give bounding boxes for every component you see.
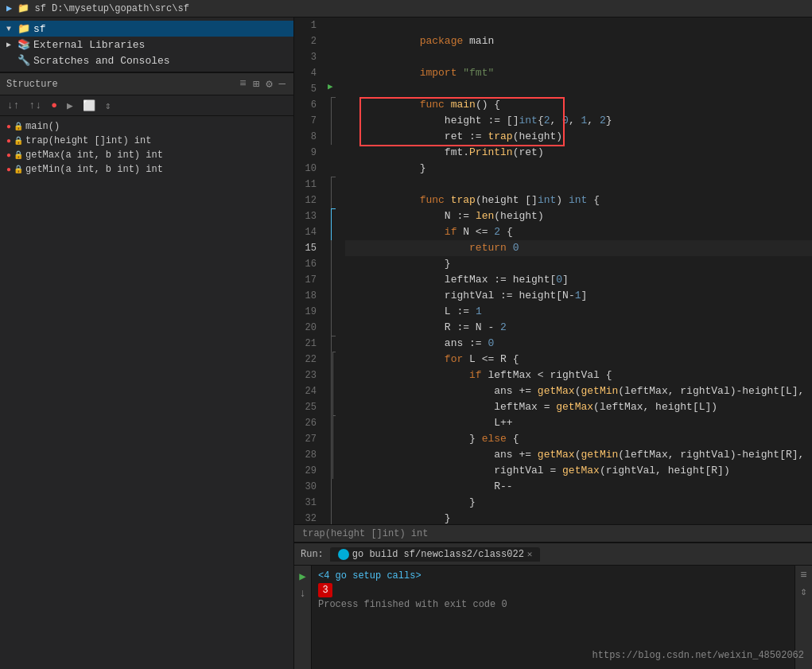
line-num-16: 16: [301, 256, 317, 272]
run-down-button[interactable]: ↓: [296, 586, 310, 601]
folder-icon: ▶ 📁: [6, 2, 29, 14]
run-process-text: Process finished with exit code 0: [318, 597, 507, 612]
code-line-3[interactable]: import "fmt": [345, 49, 812, 65]
run-cmd-text: <4 go setup calls>: [318, 569, 422, 583]
move-icon[interactable]: ⇕: [103, 99, 114, 113]
sidebar-item-sf[interactable]: ▼ 📁 sf: [0, 21, 293, 37]
struct-item-label: trap(height []int) int: [25, 135, 151, 146]
code-line-23[interactable]: ans += getMax(getMin(leftMax, rightVal)-…: [345, 368, 812, 383]
code-line-30[interactable]: }: [345, 479, 812, 495]
code-line-20[interactable]: ans := 0: [345, 320, 812, 336]
run-line-result: 3: [318, 583, 788, 597]
sort-down-icon[interactable]: ↓↑: [5, 99, 22, 112]
code-line-13[interactable]: if N <= 2 {: [345, 208, 812, 224]
error-filter-icon[interactable]: ●: [49, 99, 60, 112]
line-num-15: 15: [301, 240, 317, 256]
code-line-18[interactable]: L := 1: [345, 288, 812, 304]
close-icon[interactable]: ✕: [527, 549, 533, 559]
run-toolbar-btn-2[interactable]: ⇕: [800, 585, 806, 598]
struct-item-label: getMax(a int, b int) int: [25, 150, 163, 161]
struct-item-getmin[interactable]: ● 🔒 getMin(a int, b int) int: [0, 162, 293, 177]
code-line-11[interactable]: func trap(height []int) int {: [345, 177, 812, 193]
line-num-19: 19: [301, 304, 317, 320]
line-num-21: 21: [301, 336, 317, 352]
code-line-32[interactable]: return ans: [345, 511, 812, 524]
code-line-8[interactable]: fmt.Println(ret): [345, 129, 812, 145]
run-play-button[interactable]: ▶: [296, 569, 310, 583]
sidebar-item-label: External Libraries: [33, 39, 145, 51]
code-line-7[interactable]: ret := trap(height): [345, 113, 812, 129]
code-line-21[interactable]: for L <= R {: [345, 336, 812, 352]
structure-panel: Structure ≡ ⊞ ⚙ — ↓↑ ↑↓ ● ▶ ⬜ ⇕ ● 🔒: [0, 72, 293, 669]
sidebar-item-scratches[interactable]: 🔧 Scratches and Consoles: [0, 53, 293, 68]
code-line-17[interactable]: rightVal := height[N-1]: [345, 272, 812, 288]
structure-list: ● 🔒 main() ● 🔒 trap(height []int) int ● …: [0, 116, 293, 669]
run-arrow-line5[interactable]: ▶: [328, 81, 333, 91]
run-icon[interactable]: ▶: [64, 99, 76, 113]
code-line-5[interactable]: func main() {: [345, 81, 812, 97]
settings-icon[interactable]: ⚙: [264, 77, 274, 91]
code-line-28[interactable]: rightVal = getMax(rightVal, height[R]): [345, 447, 812, 463]
code-line-1[interactable]: package main: [345, 18, 812, 33]
code-line-14[interactable]: return 0: [345, 224, 812, 240]
line-num-14: 14: [301, 224, 317, 240]
code-line-26[interactable]: } else {: [345, 415, 812, 431]
editor-area: 1 2 3 4 5 6 7 8 9 10 11 12 13 14 15 16 1: [294, 18, 812, 669]
error-icon: ●: [6, 123, 11, 131]
footer-hint: trap(height []int) int: [302, 528, 428, 539]
arrow-icon: ▶: [6, 40, 17, 49]
sidebar-item-external-libraries[interactable]: ▶ 📚 External Libraries: [0, 37, 293, 53]
error-icon: ●: [6, 165, 11, 174]
line-num-28: 28: [301, 447, 317, 463]
code-line-2[interactable]: [345, 33, 812, 49]
library-icon: 📚: [17, 38, 30, 51]
line-num-29: 29: [301, 463, 317, 479]
code-line-27[interactable]: ans += getMax(getMin(leftMax, rightVal)-…: [345, 431, 812, 447]
code-line-29[interactable]: R--: [345, 463, 812, 479]
code-line-22[interactable]: if leftMax < rightVal {: [345, 352, 812, 368]
code-line-9[interactable]: }: [345, 145, 812, 161]
code-content: 1 2 3 4 5 6 7 8 9 10 11 12 13 14 15 16 1: [294, 18, 812, 524]
line-num-5: 5: [301, 81, 317, 97]
code-line-19[interactable]: R := N - 2: [345, 304, 812, 320]
code-line-15[interactable]: }: [345, 240, 812, 256]
run-toolbar-btn-1[interactable]: ≡: [800, 569, 806, 581]
code-line-31[interactable]: }: [345, 495, 812, 511]
fold-bracket-main: [331, 97, 336, 145]
sidebar-item-label: sf: [33, 23, 46, 35]
code-line-10[interactable]: [345, 161, 812, 177]
code-line-4[interactable]: [345, 65, 812, 81]
code-lines[interactable]: package main import "fmt" func main() { …: [342, 18, 812, 524]
bottom-right-text: https://blog.csdn.net/weixin_48502062: [592, 650, 804, 661]
line-num-1: 1: [301, 18, 317, 33]
run-line-cmd: <4 go setup calls>: [318, 569, 788, 583]
gutter: ▶: [326, 18, 342, 524]
arrow-icon: ▼: [6, 25, 17, 33]
struct-item-getmax[interactable]: ● 🔒 getMax(a int, b int) int: [0, 148, 293, 162]
code-line-25[interactable]: L++: [345, 399, 812, 415]
code-line-24[interactable]: leftMax = getMax(leftMax, height[L]): [345, 383, 812, 399]
run-tab[interactable]: go build sf/newclass2/class022 ✕: [330, 547, 541, 562]
line-num-25: 25: [301, 399, 317, 415]
code-line-6[interactable]: height := []int{2, 0, 1, 2}: [345, 97, 812, 113]
line-num-20: 20: [301, 320, 317, 336]
square-icon[interactable]: ⬜: [80, 99, 98, 113]
struct-item-label: main(): [25, 121, 60, 132]
sort-up-icon[interactable]: ↑↓: [27, 99, 45, 112]
struct-item-trap[interactable]: ● 🔒 trap(height []int) int: [0, 134, 293, 148]
sort-icon[interactable]: ≡: [238, 77, 247, 91]
top-bar: ▶ 📁 sf D:\mysetup\gopath\src\sf: [0, 0, 812, 18]
expand-icon[interactable]: ⊞: [251, 77, 261, 91]
code-line-12[interactable]: N := len(height): [345, 193, 812, 208]
sidebar: ▼ 📁 sf ▶ 📚 External Libraries 🔧 Scratche…: [0, 18, 294, 669]
line-num-10: 10: [301, 161, 317, 177]
code-line-16[interactable]: leftMax := height[0]: [345, 256, 812, 272]
structure-toolbar: ≡ ⊞ ⚙ —: [238, 77, 287, 91]
lock-icon: 🔒: [14, 136, 23, 146]
close-icon[interactable]: —: [278, 77, 287, 91]
code-editor[interactable]: 1 2 3 4 5 6 7 8 9 10 11 12 13 14 15 16 1: [294, 18, 812, 524]
error-icon: ●: [6, 137, 11, 146]
line-num-6: 6: [301, 97, 317, 113]
line-num-13: 13: [301, 208, 317, 224]
struct-item-main[interactable]: ● 🔒 main(): [0, 119, 293, 134]
